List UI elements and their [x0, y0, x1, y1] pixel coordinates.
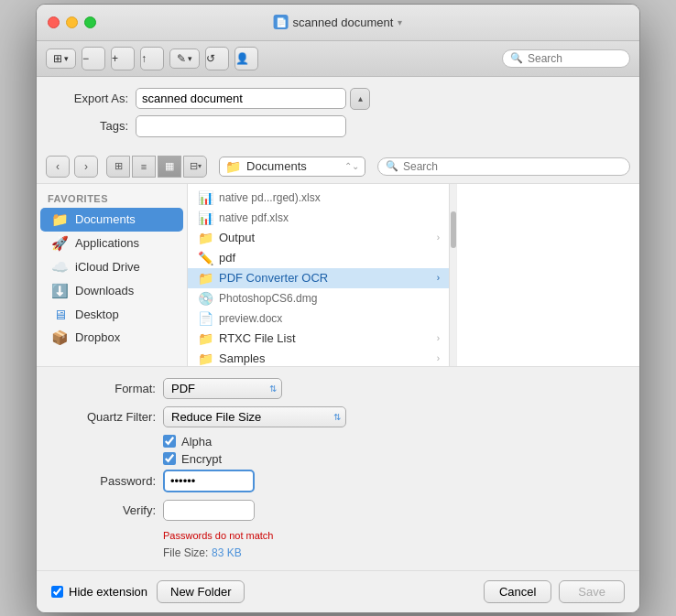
samples-arrow: › — [437, 353, 440, 363]
zoom-in-icon: + — [112, 52, 118, 65]
file-item-ps[interactable]: 💿 PhotoshopCS6.dmg — [188, 288, 449, 308]
file-column-2 — [456, 184, 639, 366]
sidebar-item-documents[interactable]: 📁 Documents — [40, 208, 183, 232]
column-view-button[interactable]: ▦ — [158, 156, 181, 178]
zoom-in-button[interactable]: + — [111, 47, 135, 70]
file-item[interactable]: 📊 native pdf.xlsx — [188, 208, 449, 228]
sidebar-label-dropbox: Dropbox — [75, 330, 120, 344]
close-button[interactable] — [48, 16, 60, 28]
icloud-icon: ☁️ — [51, 259, 68, 276]
share-button[interactable]: ↑ — [140, 47, 164, 70]
password-input[interactable] — [163, 470, 255, 492]
hide-extension-label: Hide extension — [69, 585, 147, 599]
file-name-pdfconverter: PDF Converter OCR — [219, 271, 328, 285]
verify-input[interactable] — [163, 500, 255, 521]
filename-input[interactable] — [136, 88, 346, 109]
checkboxes-section: Alpha Encrypt — [163, 435, 621, 466]
file-item-pdf[interactable]: ✏️ pdf — [188, 248, 449, 268]
toolbar-search-input[interactable] — [528, 52, 622, 65]
file-item-rtxc[interactable]: 📁 RTXC File List › — [188, 329, 449, 349]
forward-icon: › — [84, 160, 88, 173]
file-name-samples: Samples — [219, 351, 266, 365]
folder-pdf-icon: 📁 — [197, 271, 213, 286]
zoom-out-button[interactable]: − — [82, 47, 105, 70]
format-select-wrapper: PDF JPEG PNG TIFF ⇅ — [163, 378, 282, 399]
filesize-label: File Size: — [163, 546, 208, 559]
scrollbar[interactable] — [449, 184, 456, 366]
nav-search-icon: 🔍 — [386, 160, 398, 172]
export-row: Export As: ▴ — [55, 88, 621, 110]
pdfconverter-arrow: › — [437, 273, 440, 283]
sidebar: Favorites 📁 Documents 🚀 Applications ☁️ … — [37, 184, 188, 366]
title-text: scanned document — [293, 16, 394, 29]
rotate-left-button[interactable]: ↺ — [205, 47, 229, 70]
sidebar-item-icloud[interactable]: ☁️ iCloud Drive — [40, 255, 183, 279]
file-item-output[interactable]: 📁 Output › — [188, 228, 449, 248]
xlsx-icon: 📊 — [197, 190, 213, 205]
alpha-checkbox-row: Alpha — [163, 435, 621, 448]
scrollbar-thumb[interactable] — [451, 211, 456, 248]
nav-search-input[interactable] — [403, 160, 622, 173]
annotate-button[interactable]: ✎ ▾ — [169, 49, 200, 69]
hide-extension-row: Hide extension — [51, 585, 147, 599]
file-list: 📊 native pd...rged).xlsx 📊 native pdf.xl… — [188, 184, 449, 366]
expand-button[interactable]: ▴ — [350, 88, 370, 110]
rotate-left-icon: ↺ — [206, 52, 215, 65]
zoom-out-icon: − — [82, 52, 89, 65]
toolbar-search-field[interactable]: 🔍 — [502, 49, 630, 68]
file-name-pdf: pdf — [219, 251, 235, 265]
rtxc-arrow: › — [437, 333, 440, 343]
quartz-select[interactable]: None Reduce File Size Gray Tone Lightnes… — [163, 406, 346, 427]
sidebar-label-applications: Applications — [75, 236, 139, 250]
main-toolbar: ⊞ ▾ − + ↑ ✎ ▾ ↺ 👤 🔍 — [37, 41, 639, 77]
minimize-button[interactable] — [66, 16, 78, 28]
file-item-pdfconverter[interactable]: 📁 PDF Converter OCR › — [188, 268, 449, 288]
folder-output-icon: 📁 — [197, 231, 213, 245]
mismatch-text: Passwords do not match — [163, 530, 273, 541]
new-folder-button[interactable]: New Folder — [157, 580, 245, 603]
hide-extension-checkbox[interactable] — [51, 586, 63, 598]
save-button[interactable]: Save — [559, 580, 625, 603]
nav-search-field[interactable]: 🔍 — [377, 157, 630, 176]
format-select[interactable]: PDF JPEG PNG TIFF — [163, 378, 282, 399]
file-item-samples[interactable]: 📁 Samples › — [188, 349, 449, 366]
file-name-output: Output — [219, 231, 255, 244]
view-toggle-button[interactable]: ⊞ ▾ — [46, 49, 76, 69]
file-item-preview[interactable]: 📄 preview.docx — [188, 308, 449, 329]
gallery-view-button[interactable]: ⊟ ▾ — [183, 156, 207, 178]
icon-view-icon: ⊞ — [114, 160, 123, 172]
documents-icon: 📁 — [51, 211, 68, 228]
encrypt-checkbox-row: Encrypt — [163, 452, 621, 466]
file-name: native pd...rged).xlsx — [219, 191, 321, 204]
cancel-button[interactable]: Cancel — [484, 580, 551, 603]
save-dialog: 📄 scanned document ▾ ⊞ ▾ − + ↑ ✎ ▾ ↺ 👤 — [36, 4, 640, 613]
encrypt-label: Encrypt — [181, 452, 222, 466]
tags-input[interactable] — [136, 115, 346, 137]
maximize-button[interactable] — [84, 16, 96, 28]
gallery-chevron: ▾ — [198, 162, 202, 170]
file-name-2: native pdf.xlsx — [219, 211, 289, 224]
chevron-up-icon: ▴ — [358, 93, 363, 103]
export-label: Export As: — [55, 92, 128, 105]
sidebar-item-applications[interactable]: 🚀 Applications — [40, 232, 183, 255]
sidebar-label-icloud: iCloud Drive — [75, 260, 140, 274]
folder-rtxc-icon: 📁 — [197, 331, 213, 346]
icon-view-button[interactable]: ⊞ — [106, 156, 130, 178]
traffic-lights — [48, 16, 96, 28]
file-item[interactable]: 📊 native pd...rged).xlsx — [188, 188, 449, 208]
sidebar-item-downloads[interactable]: ⬇️ Downloads — [40, 279, 183, 303]
pen-icon: ✎ — [177, 52, 186, 65]
back-button[interactable]: ‹ — [46, 156, 70, 178]
forward-button[interactable]: › — [74, 156, 98, 178]
person-icon: 👤 — [235, 52, 249, 65]
location-bar[interactable]: 📁 Documents ⌃⌄ — [219, 157, 365, 177]
sidebar-item-desktop[interactable]: 🖥 Desktop — [40, 303, 183, 326]
encrypt-checkbox[interactable] — [163, 452, 176, 465]
sidebar-item-dropbox[interactable]: 📦 Dropbox — [40, 326, 183, 350]
person-button[interactable]: 👤 — [234, 47, 258, 70]
alpha-checkbox[interactable] — [163, 435, 176, 448]
folder-icon: 📁 — [225, 159, 241, 174]
list-view-button[interactable]: ≡ — [132, 156, 156, 178]
arrow-icon: › — [437, 232, 440, 243]
gallery-view-icon: ⊟ — [190, 160, 198, 172]
